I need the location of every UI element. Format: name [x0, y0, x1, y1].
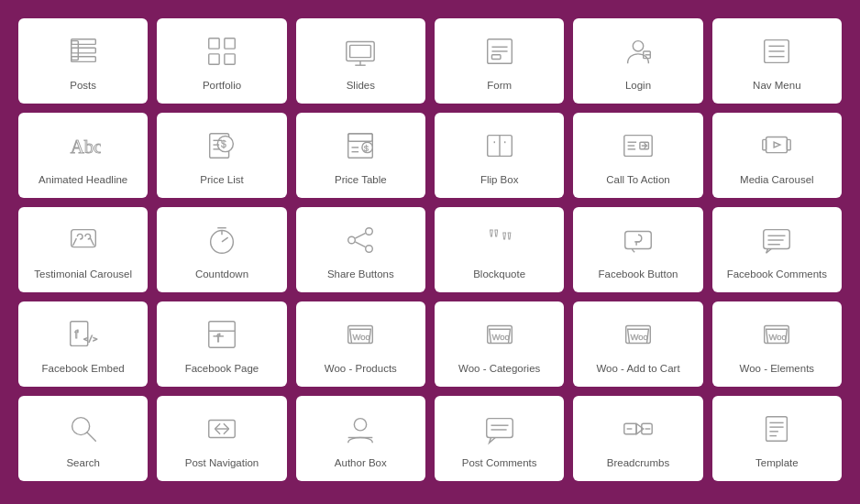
svg-line-57 [356, 233, 366, 238]
widget-label-facebook-embed: Facebook Embed [42, 362, 125, 376]
woo-add-to-cart-icon: Woo [618, 314, 658, 355]
widget-label-animated-headline: Animated Headline [39, 173, 127, 187]
posts-icon [63, 31, 104, 71]
svg-text:": " [502, 227, 513, 256]
svg-point-56 [366, 246, 373, 253]
widget-card-testimonial-carousel[interactable]: Testimonial Carousel [18, 207, 148, 292]
svg-rect-0 [71, 39, 95, 45]
flip-box-icon [480, 126, 520, 166]
form-icon [480, 31, 520, 71]
svg-rect-15 [491, 55, 501, 60]
woo-products-icon: Woo [340, 314, 380, 355]
svg-line-52 [222, 237, 228, 242]
svg-text:Woo: Woo [353, 332, 370, 342]
svg-rect-61 [625, 231, 652, 248]
widget-card-post-comments[interactable]: Post Comments [435, 396, 564, 481]
svg-text:Woo: Woo [769, 332, 787, 342]
svg-rect-31 [348, 134, 373, 142]
svg-rect-6 [209, 54, 219, 64]
widget-label-woo-categories: Woo - Categories [458, 362, 540, 376]
widget-card-facebook-page[interactable]: fFacebook Page [157, 301, 286, 387]
widget-label-media-carousel: Media Carousel [740, 173, 814, 187]
svg-line-83 [86, 433, 95, 442]
widget-card-flip-box[interactable]: Flip Box [435, 113, 564, 198]
woo-elements-icon: Woo [756, 314, 797, 355]
svg-text:Abc: Abc [70, 136, 100, 158]
widget-card-slides[interactable]: Slides [296, 18, 425, 104]
widget-label-call-to-action: Call To Action [606, 173, 669, 187]
widget-label-form: Form [487, 79, 512, 93]
svg-text:": " [488, 224, 499, 252]
template-icon [756, 409, 797, 449]
widget-card-author-box[interactable]: Author Box [296, 396, 425, 481]
widget-card-breadcrumbs[interactable]: Breadcrumbs [573, 396, 702, 481]
widget-card-search[interactable]: Search [18, 396, 148, 481]
svg-marker-46 [774, 142, 780, 148]
widget-card-share-buttons[interactable]: Share Buttons [296, 207, 425, 292]
svg-text:f: f [74, 327, 78, 341]
share-buttons-icon [340, 220, 380, 260]
widget-label-blockquote: Blockquote [473, 268, 525, 281]
facebook-page-icon: f [202, 314, 242, 355]
svg-rect-2 [71, 57, 95, 62]
widget-card-facebook-button[interactable]: Facebook Button [573, 207, 702, 292]
svg-text:$: $ [364, 143, 369, 153]
svg-rect-48 [788, 139, 791, 149]
widget-card-form[interactable]: Form [435, 18, 564, 104]
svg-point-54 [366, 228, 373, 236]
svg-rect-70 [209, 322, 236, 348]
widget-card-portfolio[interactable]: Portfolio [157, 18, 286, 104]
svg-rect-95 [766, 416, 788, 441]
svg-text:</>: </> [83, 334, 97, 343]
widget-card-media-carousel[interactable]: Media Carousel [712, 113, 842, 198]
testimonial-carousel-icon [63, 220, 104, 260]
widget-label-post-navigation: Post Navigation [185, 456, 259, 470]
svg-text:f: f [216, 330, 220, 344]
widget-label-search: Search [66, 456, 99, 470]
svg-rect-49 [71, 229, 95, 247]
widget-label-posts: Posts [70, 79, 96, 93]
widget-card-call-to-action[interactable]: Call To Action [573, 113, 702, 198]
widget-label-template: Template [755, 456, 799, 470]
widget-label-share-buttons: Share Buttons [327, 268, 394, 281]
widget-label-countdown: Countdown [195, 268, 248, 281]
widget-label-author-box: Author Box [335, 456, 387, 470]
widget-label-nav-menu: Nav Menu [753, 79, 800, 93]
widget-label-woo-add-to-cart: Woo - Add to Cart [596, 362, 679, 376]
slides-icon [340, 31, 380, 71]
login-icon [618, 31, 658, 71]
widget-card-price-table[interactable]: $Price Table [296, 113, 425, 198]
svg-point-16 [633, 41, 643, 51]
widget-card-post-navigation[interactable]: Post Navigation [157, 396, 286, 481]
widget-card-price-list[interactable]: $Price List [157, 113, 286, 198]
widget-card-nav-menu[interactable]: Nav Menu [712, 18, 842, 104]
widget-card-animated-headline[interactable]: AbcAnimated Headline [18, 113, 148, 198]
svg-point-55 [348, 236, 356, 244]
widget-card-login[interactable]: Login [573, 18, 702, 104]
svg-line-58 [356, 242, 366, 247]
widget-card-template[interactable]: Template [712, 396, 842, 481]
widget-label-portfolio: Portfolio [203, 79, 241, 93]
widget-label-woo-products: Woo - Products [325, 362, 397, 376]
widget-grid: PostsPortfolioSlidesFormLoginNav MenuAbc… [9, 9, 851, 490]
widget-card-woo-products[interactable]: WooWoo - Products [296, 301, 425, 387]
facebook-button-icon [618, 220, 658, 260]
svg-rect-9 [350, 45, 371, 57]
widget-card-blockquote[interactable]: ""Blockquote [435, 207, 564, 292]
widget-card-facebook-embed[interactable]: f</>Facebook Embed [18, 301, 148, 387]
widget-card-woo-add-to-cart[interactable]: WooWoo - Add to Cart [573, 301, 702, 387]
widget-card-countdown[interactable]: Countdown [157, 207, 286, 292]
widget-label-flip-box: Flip Box [480, 173, 519, 187]
widget-label-price-table: Price Table [335, 173, 387, 187]
widget-label-facebook-comments: Facebook Comments [727, 268, 827, 281]
widget-card-posts[interactable]: Posts [18, 18, 148, 104]
media-carousel-icon [756, 126, 797, 166]
widget-card-woo-categories[interactable]: WooWoo - Categories [435, 301, 564, 387]
svg-rect-45 [766, 137, 788, 152]
svg-rect-1 [71, 48, 95, 53]
widget-card-facebook-comments[interactable]: Facebook Comments [712, 207, 842, 292]
widget-card-woo-elements[interactable]: WooWoo - Elements [712, 301, 842, 387]
blockquote-icon: "" [480, 220, 520, 260]
breadcrumbs-icon [618, 409, 658, 449]
svg-rect-47 [763, 139, 766, 149]
